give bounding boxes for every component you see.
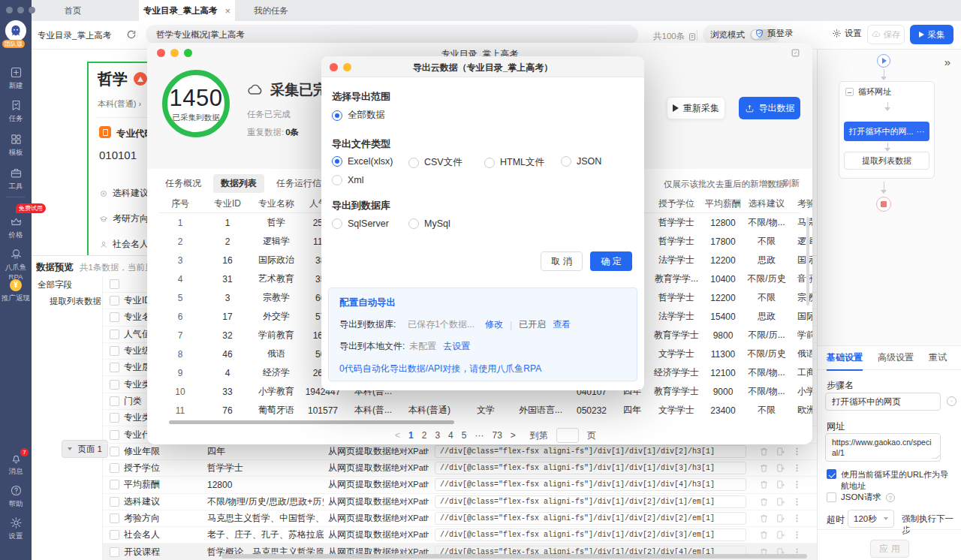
radio-icon[interactable] [484, 158, 495, 168]
xpath-value[interactable]: //div[@class="flex-fsx aligni-fs"]/div[1… [435, 528, 746, 541]
field-value[interactable]: 哲学学士 [207, 462, 324, 474]
url-input[interactable]: 哲学专业概况|掌上高考 [146, 25, 638, 44]
row-checkbox[interactable] [110, 463, 119, 473]
xpath-value[interactable]: //div[@class="flex-fsx aligni-fs"]/div[1… [435, 478, 746, 491]
tab-advanced-settings[interactable]: 高级设置 [878, 351, 914, 364]
row-checkbox[interactable] [110, 396, 119, 406]
radio-icon[interactable] [332, 175, 342, 185]
trash-icon[interactable] [759, 530, 769, 540]
field-value[interactable]: 马克思主义哲学、中国哲学、外国... [207, 512, 324, 525]
tab-basic-settings[interactable]: 基础设置 [827, 351, 863, 364]
radio-checked-icon[interactable] [332, 110, 342, 121]
row-checkbox[interactable] [110, 497, 119, 507]
confirm-button[interactable]: 确 定 [590, 251, 632, 271]
extract-list-step[interactable]: 提取列表数据 [844, 152, 929, 170]
field-row[interactable]: 考验方向马克思主义哲学、中国哲学、外国...从网页提取数据绝对XPath//di… [103, 510, 817, 527]
tab-my-tasks[interactable]: 我的任务 [241, 0, 301, 21]
sidebar-item-settings[interactable]: 设置 [0, 516, 32, 541]
horizontal-scrollbar[interactable] [221, 554, 807, 558]
column-header[interactable]: 选科建议 [743, 197, 790, 210]
more-dots-icon[interactable] [792, 480, 802, 489]
field-value[interactable]: 不限/物理/历史/思政/思政+历史 [207, 495, 324, 508]
more-dots-icon[interactable] [792, 463, 802, 473]
sidebar-item-templates[interactable]: 模板 [0, 133, 32, 158]
column-header[interactable]: 专业ID [201, 197, 254, 210]
field-famous-people[interactable]: 社会名人: [99, 238, 151, 251]
xpath-value[interactable]: //div[@class="flex-fsx aligni-fs"]/div[1… [435, 462, 746, 474]
open-loop-page-step[interactable]: 打开循环中的网...··· [844, 122, 929, 141]
row-checkbox[interactable] [110, 530, 119, 540]
trash-icon[interactable] [759, 463, 769, 473]
radio-excel[interactable]: Excel(xlsx) [332, 156, 393, 167]
nav-extract-list[interactable]: 提取列表数据 [32, 293, 102, 309]
sidebar-item-tasks[interactable]: 任务 [0, 99, 32, 124]
more-dots-icon[interactable] [792, 513, 802, 523]
export-field-icon[interactable] [776, 447, 785, 456]
row-checkbox[interactable] [110, 413, 119, 423]
trash-icon[interactable] [759, 513, 769, 523]
tab-data-list[interactable]: 数据列表 [213, 174, 264, 193]
timeout-select[interactable]: 120秒 [848, 510, 894, 528]
auto-export-title[interactable]: 配置自动导出 [339, 297, 626, 309]
radio-icon[interactable] [408, 158, 419, 168]
sidebar-item-rpa[interactable]: 八爪鱼RPA [0, 248, 32, 281]
radio-json[interactable]: JSON [561, 156, 601, 167]
prelogin-button[interactable]: 预登录 [755, 28, 794, 39]
tab-task-overview[interactable]: 任务概况 [165, 177, 201, 190]
use-loop-url-checkbox[interactable]: 使用当前循环里的URL作为导航地址 [827, 469, 956, 492]
column-header[interactable]: 专业名称 [254, 197, 299, 210]
collapse-step-icon[interactable] [845, 88, 854, 96]
field-row[interactable]: 社会名人老子、庄子、孔子、苏格拉底、柏...从网页提取数据绝对XPath//di… [103, 527, 817, 543]
table-row[interactable]: 1176葡萄牙语101577本科(普...本科(普通)文学外国语言...0502… [159, 401, 812, 420]
edit-icon[interactable] [791, 48, 800, 58]
sidebar-item-new[interactable]: 新建 [0, 66, 32, 91]
goto-page-input[interactable] [556, 428, 579, 443]
apply-button[interactable]: 应 用 [870, 540, 909, 558]
export-field-icon[interactable] [776, 513, 785, 523]
prev-page-button[interactable]: < [395, 430, 400, 441]
field-value[interactable]: 四年 [207, 445, 324, 458]
row-checkbox[interactable] [110, 513, 119, 523]
radio-xml[interactable]: Xml [332, 175, 364, 185]
radio-csv[interactable]: CSV文件 [408, 156, 462, 169]
major-level[interactable]: 本科(普通) › [98, 98, 141, 110]
table-horizontal-scrollbar[interactable] [169, 420, 454, 424]
trash-icon[interactable] [759, 447, 769, 456]
close-icon[interactable]: × [224, 6, 230, 16]
workflow-start-icon[interactable] [877, 54, 890, 68]
next-page-button[interactable]: > [511, 430, 516, 441]
export-field-icon[interactable] [776, 530, 785, 540]
row-checkbox[interactable] [110, 312, 119, 322]
column-header[interactable]: 考验 [790, 197, 812, 210]
select-all-checkbox[interactable] [110, 279, 119, 289]
major-title[interactable]: 哲学 [98, 69, 128, 89]
row-checkbox[interactable] [110, 296, 119, 306]
step-more-icon[interactable]: ··· [917, 127, 925, 136]
page-number[interactable]: ··· [474, 430, 484, 441]
major-code-value[interactable]: 010101 [99, 149, 137, 161]
nav-page-1[interactable]: 页面 1 [62, 440, 108, 458]
export-field-icon[interactable] [776, 480, 785, 489]
rpa-tip-link[interactable]: 0代码自动化导出数据/API对接，请使用八爪鱼RPA [339, 363, 626, 375]
row-checkbox[interactable] [110, 363, 119, 372]
sidebar-item-referral[interactable]: ¥ 推广返现 [0, 279, 32, 303]
recollect-button[interactable]: 重新采集 [667, 97, 725, 119]
page-number[interactable]: 73 [492, 430, 502, 441]
field-subject-advice[interactable]: 选科建议: [99, 187, 151, 200]
url-textarea[interactable]: https://www.gaokao.cn/special/1 [825, 433, 941, 462]
tab-retry[interactable]: 重试 [929, 351, 947, 364]
radio-html[interactable]: HTML文件 [484, 156, 544, 169]
refresh-data-button[interactable]: 刷新 [770, 178, 800, 189]
field-postgrad-direction[interactable]: 考研方向: [99, 212, 151, 225]
column-header[interactable]: 授予学位 [650, 197, 703, 210]
trash-icon[interactable] [759, 480, 769, 489]
column-header[interactable]: 序号 [159, 197, 201, 210]
row-checkbox[interactable] [110, 430, 119, 440]
window-traffic-lights[interactable] [6, 7, 35, 14]
radio-icon[interactable] [408, 218, 419, 229]
loop-url-step[interactable]: 循环网址 打开循环中的网...··· 提取列表数据 [839, 81, 935, 179]
xpath-value[interactable]: //div[@class="flex-fsx aligni-fs"]/div[1… [435, 512, 746, 525]
view-link[interactable]: 查看 [553, 318, 571, 331]
cancel-button[interactable]: 取 消 [541, 251, 583, 271]
more-dots-icon[interactable] [792, 447, 802, 456]
